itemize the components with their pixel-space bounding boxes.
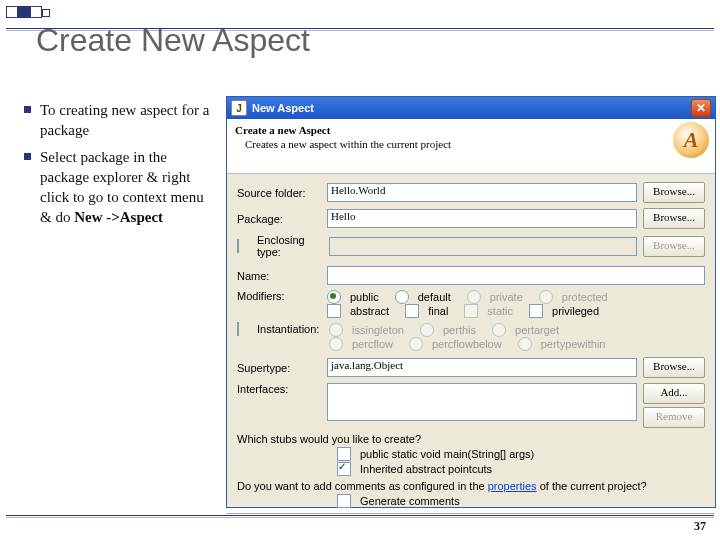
radio-public[interactable]	[327, 290, 341, 304]
supertype-input[interactable]: java.lang.Object	[327, 358, 637, 377]
label-supertype: Supertype:	[237, 362, 321, 374]
page-number: 37	[694, 519, 706, 534]
bullet-2-bold: New ->Aspect	[74, 209, 163, 225]
rule-bottom	[6, 515, 714, 516]
radio-percflow	[329, 337, 343, 351]
radio-perthis	[420, 323, 434, 337]
radio-default[interactable]	[395, 290, 409, 304]
label-enclosing: Enclosing type:	[257, 234, 323, 258]
radio-issingleton	[329, 323, 343, 337]
radio-private	[467, 290, 481, 304]
close-button[interactable]: ✕	[691, 99, 711, 117]
banner-heading: Create a new Aspect	[235, 124, 707, 136]
label-name: Name:	[237, 270, 321, 282]
label-modifiers: Modifiers:	[237, 290, 321, 302]
radio-percflowbelow	[409, 337, 423, 351]
radio-pertarget	[492, 323, 506, 337]
add-interface-button[interactable]: Add...	[643, 383, 705, 404]
package-input[interactable]: Hello	[327, 209, 637, 228]
browse-source-button[interactable]: Browse...	[643, 182, 705, 203]
enclosing-type-input	[329, 237, 637, 256]
enclosing-type-checkbox[interactable]	[237, 239, 239, 253]
instantiation-checkbox[interactable]	[237, 322, 239, 336]
java-icon: J	[231, 100, 247, 116]
properties-link[interactable]: properties	[488, 480, 537, 492]
aspect-glyph-icon: A	[673, 122, 709, 158]
label-interfaces: Interfaces:	[237, 383, 321, 395]
stubs-question: Which stubs would you like to create?	[237, 433, 705, 445]
label-package: Package:	[237, 213, 321, 225]
check-static	[464, 304, 478, 318]
check-main-stub[interactable]	[337, 447, 351, 461]
dialog-banner: Create a new Aspect Creates a new aspect…	[227, 119, 715, 174]
browse-enclosing-button: Browse...	[643, 236, 705, 257]
titlebar[interactable]: J New Aspect ✕	[227, 97, 715, 119]
check-privileged[interactable]	[529, 304, 543, 318]
interfaces-list[interactable]	[327, 383, 637, 421]
remove-interface-button: Remove	[643, 407, 705, 428]
comments-question: Do you want to add comments as configure…	[237, 480, 705, 492]
check-inherited-pointcuts[interactable]	[337, 462, 351, 476]
label-source-folder: Source folder:	[237, 187, 321, 199]
new-aspect-dialog: J New Aspect ✕ Create a new Aspect Creat…	[226, 96, 716, 508]
check-final[interactable]	[405, 304, 419, 318]
check-generate-comments[interactable]	[337, 494, 351, 508]
browse-supertype-button[interactable]: Browse...	[643, 357, 705, 378]
check-abstract[interactable]	[327, 304, 341, 318]
browse-package-button[interactable]: Browse...	[643, 208, 705, 229]
banner-sub: Creates a new aspect within the current …	[235, 138, 707, 150]
radio-protected	[539, 290, 553, 304]
slide-body: To creating new aspect for a package Sel…	[24, 100, 214, 234]
radio-pertypewithin	[518, 337, 532, 351]
name-input[interactable]	[327, 266, 705, 285]
source-folder-input[interactable]: Hello.World	[327, 183, 637, 202]
bullet-1: To creating new aspect for a package	[40, 102, 209, 138]
slide-title: Create New Aspect	[36, 22, 310, 59]
label-instantiation: Instantiation:	[257, 323, 323, 335]
dialog-title: New Aspect	[252, 102, 691, 114]
